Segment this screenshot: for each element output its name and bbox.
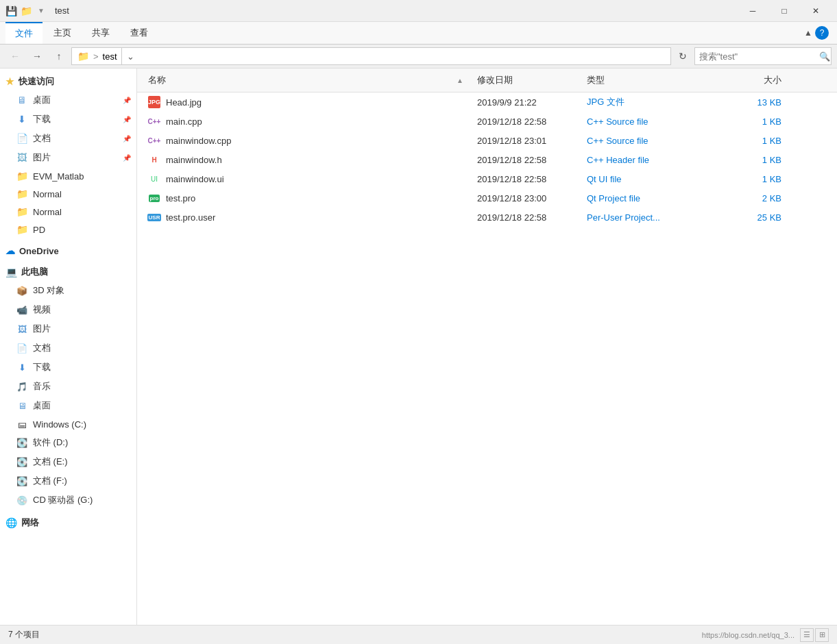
col-header-type[interactable]: 类型 — [581, 69, 718, 92]
sidebar-item-desktop[interactable]: 🖥 桌面 📌 — [0, 90, 136, 110]
sidebar-item-3d[interactable]: 📦 3D 对象 — [0, 281, 136, 300]
sidebar-item-d-drive-label: 软件 (D:) — [33, 436, 68, 449]
file-list-header: 名称 ▲ 修改日期 类型 大小 — [137, 69, 837, 92]
address-path[interactable]: 📁 > test ⌄ — [71, 47, 671, 65]
3d-icon: 📦 — [16, 285, 27, 296]
sidebar-item-video[interactable]: 📹 视频 — [0, 300, 136, 319]
sidebar-item-music[interactable]: 🎵 音乐 — [0, 377, 136, 396]
sidebar-item-f-drive[interactable]: 💽 文档 (F:) — [0, 471, 136, 491]
ribbon-tabs: 文件 主页 共享 查看 ▲ ? — [0, 22, 837, 44]
col-header-date[interactable]: 修改日期 — [472, 69, 581, 92]
pin-icon-pictures: 📌 — [123, 154, 131, 162]
file-date-2: 2019/12/18 23:01 — [472, 130, 581, 151]
ribbon-chevron-icon[interactable]: ▲ — [804, 28, 812, 38]
address-separator: > — [93, 51, 99, 62]
file-list: 名称 ▲ 修改日期 类型 大小 JPG Head.jpg 2019/9/9 21… — [137, 69, 837, 625]
sidebar-item-c-drive[interactable]: 🖴 Windows (C:) — [0, 415, 136, 433]
sidebar-item-dl2[interactable]: ⬇ 下载 — [0, 358, 136, 377]
ribbon: 文件 主页 共享 查看 ▲ ? — [0, 22, 837, 45]
quick-access-header[interactable]: ★ 快速访问 — [0, 71, 136, 90]
table-row[interactable]: C++ mainwindow.cpp 2019/12/18 23:01 C++ … — [137, 131, 837, 150]
pin-icon-desktop: 📌 — [123, 97, 131, 104]
back-button[interactable]: ← — [5, 47, 25, 65]
sidebar-item-documents[interactable]: 📄 文档 📌 — [0, 129, 136, 148]
title-bar: 💾 📁 ▼ test ─ □ ✕ — [0, 0, 837, 22]
status-url: https://blog.csdn.net/qq_3... — [702, 631, 794, 639]
search-input[interactable] — [695, 51, 818, 62]
window-title: test — [55, 5, 737, 16]
sidebar-item-e-drive[interactable]: 💽 文档 (E:) — [0, 452, 136, 471]
file-type-5: Qt Project file — [581, 188, 718, 209]
sidebar-item-evm[interactable]: 📁 EVM_Matlab — [0, 167, 136, 185]
file-name-4: mainwindow.ui — [166, 174, 224, 184]
help-icon[interactable]: ? — [815, 26, 829, 40]
col-header-name[interactable]: 名称 — [148, 74, 166, 86]
sidebar-item-pictures[interactable]: 🖼 图片 📌 — [0, 148, 136, 167]
f-drive-icon: 💽 — [16, 475, 27, 486]
sidebar-item-doc2[interactable]: 📄 文档 — [0, 338, 136, 358]
file-name-2: mainwindow.cpp — [166, 136, 231, 146]
table-row[interactable]: pro test.pro 2019/12/18 23:00 Qt Project… — [137, 188, 837, 208]
file-icon-4: UI — [148, 173, 160, 185]
table-row[interactable]: UI mainwindow.ui 2019/12/18 22:58 Qt UI … — [137, 169, 837, 188]
tab-home[interactable]: 主页 — [44, 22, 81, 44]
tab-file[interactable]: 文件 — [5, 22, 43, 44]
file-name-0: Head.jpg — [166, 97, 202, 108]
view-large-btn[interactable]: ⊞ — [815, 628, 829, 642]
sidebar: ★ 快速访问 🖥 桌面 📌 ⬇ 下载 📌 📄 文档 📌 🖼 图片 📌 📁 EVM… — [0, 69, 137, 625]
file-type-6: Per-User Project... — [581, 207, 718, 228]
network-label: 网络 — [21, 517, 39, 529]
quick-access-icon: ★ — [5, 76, 14, 87]
desktop2-icon: 🖥 — [16, 400, 27, 411]
close-button[interactable]: ✕ — [800, 0, 832, 22]
sidebar-item-pd[interactable]: 📁 PD — [0, 221, 136, 238]
file-size-5: 2 KB — [718, 188, 787, 209]
file-icon-1: C++ — [148, 115, 160, 127]
sidebar-item-pic2[interactable]: 🖼 图片 — [0, 319, 136, 338]
refresh-button[interactable]: ↻ — [674, 47, 692, 65]
tab-view[interactable]: 查看 — [121, 22, 158, 44]
file-size-3: 1 KB — [718, 149, 787, 171]
sidebar-item-desktop2[interactable]: 🖥 桌面 — [0, 396, 136, 415]
title-bar-icons: 💾 📁 ▼ — [5, 5, 47, 16]
network-header[interactable]: 🌐 网络 — [0, 512, 136, 532]
file-size-1: 1 KB — [718, 111, 787, 132]
sidebar-item-documents-label: 文档 — [33, 132, 51, 145]
col-header-size[interactable]: 大小 — [718, 69, 787, 92]
table-row[interactable]: USR test.pro.user 2019/12/18 22:58 Per-U… — [137, 208, 837, 227]
file-size-0: 13 KB — [718, 92, 787, 113]
maximize-button[interactable]: □ — [768, 0, 800, 22]
sidebar-item-normal1[interactable]: 📁 Normal — [0, 185, 136, 203]
pictures-icon: 🖼 — [16, 152, 27, 163]
sidebar-item-d-drive[interactable]: 💽 软件 (D:) — [0, 433, 136, 452]
network-icon: 🌐 — [5, 517, 17, 528]
sidebar-item-normal2[interactable]: 📁 Normal — [0, 203, 136, 221]
status-bar: 7 个项目 https://blog.csdn.net/qq_3... ☰ ⊞ — [0, 625, 837, 644]
folder-pd-icon: 📁 — [16, 224, 27, 235]
download-icon: ⬇ — [16, 114, 27, 125]
search-icon[interactable]: 🔍 — [818, 47, 831, 65]
forward-button[interactable]: → — [27, 47, 47, 65]
file-size-6: 25 KB — [718, 207, 787, 228]
file-type-1: C++ Source file — [581, 111, 718, 132]
address-dropdown[interactable]: ⌄ — [121, 47, 139, 65]
onedrive-header[interactable]: ☁ OneDrive — [0, 241, 136, 259]
minimize-button[interactable]: ─ — [737, 0, 768, 22]
sidebar-item-normal1-label: Normal — [33, 189, 62, 199]
table-row[interactable]: H mainwindow.h 2019/12/18 22:58 C++ Head… — [137, 150, 837, 169]
tab-share[interactable]: 共享 — [82, 22, 119, 44]
sidebar-item-desktop2-label: 桌面 — [33, 399, 51, 412]
thispc-header[interactable]: 💻 此电脑 — [0, 262, 136, 281]
table-row[interactable]: JPG Head.jpg 2019/9/9 21:22 JPG 文件 13 KB — [137, 92, 837, 112]
sidebar-item-pic2-label: 图片 — [33, 323, 51, 335]
sidebar-item-c-drive-label: Windows (C:) — [33, 419, 86, 430]
sidebar-item-downloads[interactable]: ⬇ 下载 📌 — [0, 110, 136, 129]
table-row[interactable]: C++ main.cpp 2019/12/18 22:58 C++ Source… — [137, 112, 837, 131]
main-area: ★ 快速访问 🖥 桌面 📌 ⬇ 下载 📌 📄 文档 📌 🖼 图片 📌 📁 EVM… — [0, 69, 837, 625]
view-details-btn[interactable]: ☰ — [800, 628, 814, 642]
folder-evm-icon: 📁 — [16, 171, 27, 182]
window-controls: ─ □ ✕ — [737, 0, 832, 22]
video-icon: 📹 — [16, 304, 27, 315]
sidebar-item-cd-drive[interactable]: 💿 CD 驱动器 (G:) — [0, 491, 136, 510]
up-button[interactable]: ↑ — [49, 47, 69, 65]
